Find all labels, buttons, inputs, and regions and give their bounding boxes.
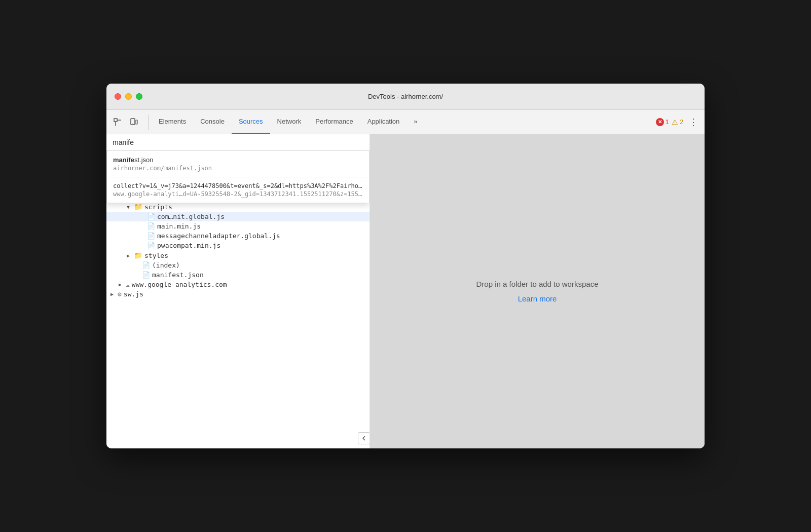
tab-bar: Elements Console Sources Network Perform… (152, 110, 425, 134)
tree-item-messagechannel[interactable]: 📄 messagechanneladapter.global.js (106, 231, 370, 241)
tree-item-swjs[interactable]: ⚙ sw.js (106, 289, 370, 299)
file-icon-pwacompat: 📄 (147, 242, 155, 249)
autocomplete-item-url-0: airhorner.com/manifest.json (113, 165, 363, 172)
toolbar: Elements Console Sources Network Perform… (106, 110, 705, 134)
warning-badge: ⚠ 2 (672, 118, 683, 126)
autocomplete-item-url-1: www.google-analyti…d=UA-59325548-2&_gid=… (113, 191, 363, 198)
autocomplete-item-title-0: manifest.json (113, 156, 363, 164)
toolbar-right: ✕ 1 ⚠ 2 ⋮ (656, 115, 701, 129)
tree-item-styles[interactable]: 📁 styles (106, 250, 370, 260)
arrow-styles (127, 253, 134, 258)
arrow-swjs (110, 291, 118, 297)
autocomplete-dropdown: manifest.json airhorner.com/manifest.jso… (106, 151, 370, 203)
gear-icon-swjs: ⚙ (118, 290, 122, 298)
file-icon-index: 📄 (142, 261, 150, 269)
title-bar: DevTools - airhorner.com/ (106, 84, 705, 110)
autocomplete-item-0[interactable]: manifest.json airhorner.com/manifest.jso… (107, 151, 369, 177)
file-tree: top ☁ airhorne… 📁 scripts (106, 178, 370, 448)
devtools-menu-button[interactable]: ⋮ (686, 115, 701, 129)
close-button[interactable] (115, 93, 121, 100)
collapse-panel-button[interactable] (358, 432, 370, 444)
tree-item-google-analytics[interactable]: ☁ www.google-analytics.com (106, 280, 370, 289)
search-input[interactable] (106, 134, 370, 150)
autocomplete-item-1[interactable]: collect?v=1&_v=j73&a=1244478500&t=event&… (107, 177, 369, 203)
folder-icon-scripts: 📁 (134, 203, 142, 211)
error-badge: ✕ 1 (656, 118, 669, 126)
tab-network[interactable]: Network (270, 110, 309, 134)
main-content: manifest.json airhorner.com/manifest.jso… (106, 134, 705, 448)
tree-item-comglobal[interactable]: 📄 com…nit.global.js (106, 212, 370, 221)
search-input-wrapper (106, 134, 370, 151)
drop-folder-text: Drop in a folder to add to workspace (476, 280, 599, 288)
search-bar-container: manifest.json airhorner.com/manifest.jso… (106, 134, 370, 203)
left-panel: manifest.json airhorner.com/manifest.jso… (106, 134, 370, 448)
tree-item-mainminjs[interactable]: 📄 main.min.js (106, 221, 370, 231)
tab-more[interactable]: » (407, 110, 424, 134)
warning-icon: ⚠ (672, 118, 678, 126)
arrow-scripts (127, 204, 134, 210)
file-icon-manifest: 📄 (142, 271, 150, 279)
tab-console[interactable]: Console (193, 110, 232, 134)
tree-item-pwacompat[interactable]: 📄 pwacompat.min.js (106, 241, 370, 250)
inspect-element-button[interactable] (110, 115, 125, 129)
file-icon-messagechannel: 📄 (147, 232, 155, 240)
traffic-lights (115, 93, 142, 100)
file-icon-comglobal: 📄 (147, 213, 155, 220)
cloud-icon-google: ☁ (126, 281, 130, 288)
tree-item-manifest[interactable]: 📄 manifest.json (106, 270, 370, 280)
device-toolbar-button[interactable] (127, 115, 141, 129)
tab-application[interactable]: Application (360, 110, 407, 134)
tab-performance[interactable]: Performance (308, 110, 360, 134)
learn-more-link[interactable]: Learn more (518, 294, 557, 303)
maximize-button[interactable] (136, 93, 142, 100)
file-icon-mainminjs: 📄 (147, 222, 155, 230)
arrow-google-analytics (119, 282, 126, 287)
tab-sources[interactable]: Sources (232, 110, 270, 134)
svg-point-5 (132, 123, 133, 124)
error-icon: ✕ (656, 118, 664, 126)
window-title: DevTools - airhorner.com/ (368, 93, 443, 100)
toolbar-icons (110, 115, 141, 129)
folder-icon-styles: 📁 (134, 251, 142, 259)
minimize-button[interactable] (125, 93, 132, 100)
svg-rect-4 (136, 120, 137, 124)
devtools-window: DevTools - airhorner.com/ (106, 84, 705, 448)
svg-rect-0 (114, 119, 117, 122)
tree-item-index[interactable]: 📄 (index) (106, 260, 370, 270)
tab-elements[interactable]: Elements (152, 110, 193, 134)
right-panel: Drop in a folder to add to workspace Lea… (370, 134, 705, 448)
tree-item-scripts[interactable]: 📁 scripts (106, 202, 370, 212)
toolbar-separator (148, 115, 149, 130)
autocomplete-item-title-1: collect?v=1&_v=j73&a=1244478500&t=event&… (113, 182, 363, 189)
